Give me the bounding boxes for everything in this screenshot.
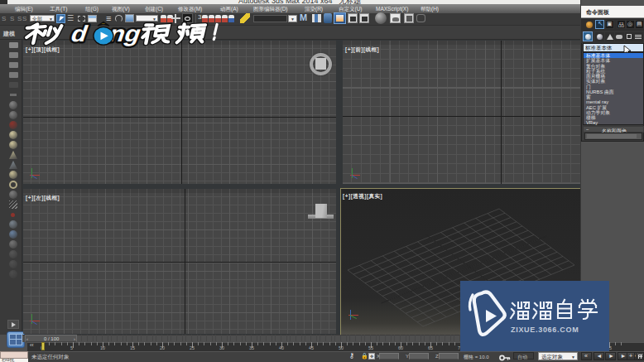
svg-text:d: d bbox=[70, 21, 89, 46]
svg-text:ZIXUE.3066.COM: ZIXUE.3066.COM bbox=[511, 326, 579, 334]
